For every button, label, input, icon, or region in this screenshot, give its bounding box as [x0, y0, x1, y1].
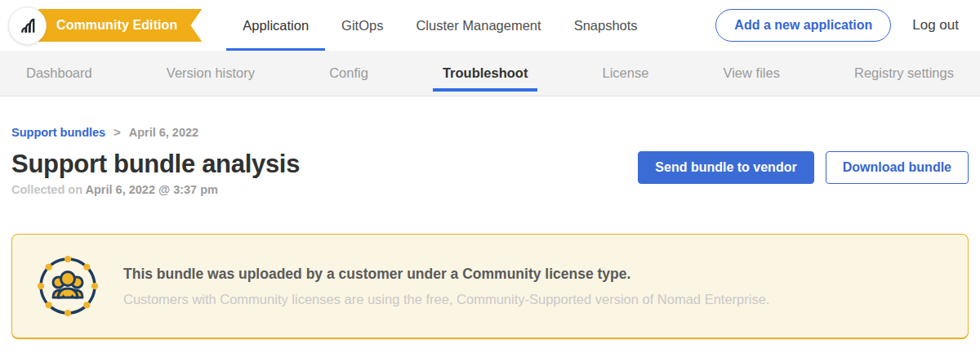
header-right: Add a new application Log out: [715, 9, 959, 42]
download-bundle-button[interactable]: Download bundle: [826, 151, 969, 184]
community-edition-badge: Community Edition: [38, 9, 202, 42]
title-row: Support bundle analysis Collected on Apr…: [11, 150, 969, 196]
collected-timestamp: Collected on April 6, 2022 @ 3:37 pm: [11, 183, 300, 196]
community-people-icon: [37, 255, 99, 317]
page-title: Support bundle analysis: [11, 150, 300, 179]
breadcrumb: Support bundles > April 6, 2022: [11, 126, 969, 139]
breadcrumb-separator: >: [114, 126, 120, 139]
app-subnav: Dashboard Version history Config Trouble…: [0, 51, 980, 96]
add-new-application-button[interactable]: Add a new application: [715, 9, 891, 42]
community-license-alert: This bundle was uploaded by a customer u…: [11, 234, 969, 339]
top-nav-item-gitops[interactable]: GitOps: [325, 0, 399, 51]
top-nav: Application GitOps Cluster Management Sn…: [226, 0, 653, 51]
breadcrumb-current: April 6, 2022: [129, 126, 198, 139]
alert-description: Customers with Community licenses are us…: [123, 292, 769, 307]
brand: Community Edition: [8, 7, 202, 45]
alert-title: This bundle was uploaded by a customer u…: [123, 266, 769, 283]
collected-value: April 6, 2022 @ 3:37 pm: [86, 183, 218, 196]
subnav-item-dashboard[interactable]: Dashboard: [24, 51, 94, 96]
send-bundle-to-vendor-button[interactable]: Send bundle to vendor: [638, 151, 813, 184]
subnav-item-version-history[interactable]: Version history: [165, 51, 256, 96]
top-nav-item-application[interactable]: Application: [226, 0, 325, 51]
main-content: Support bundles > April 6, 2022 Support …: [0, 96, 980, 339]
bundle-actions: Send bundle to vendor Download bundle: [638, 150, 969, 184]
logout-link[interactable]: Log out: [912, 17, 959, 34]
subnav-item-troubleshoot[interactable]: Troubleshoot: [441, 51, 530, 96]
top-header: Community Edition Application GitOps Clu…: [0, 0, 980, 51]
collected-prefix: Collected on: [11, 183, 82, 196]
top-nav-item-snapshots[interactable]: Snapshots: [558, 0, 654, 51]
subnav-item-config[interactable]: Config: [327, 51, 370, 96]
top-nav-item-cluster-management[interactable]: Cluster Management: [399, 0, 557, 51]
breadcrumb-support-bundles-link[interactable]: Support bundles: [11, 126, 105, 139]
subnav-item-registry-settings[interactable]: Registry settings: [853, 51, 956, 96]
subnav-item-view-files[interactable]: View files: [722, 51, 782, 96]
title-block: Support bundle analysis Collected on Apr…: [11, 150, 300, 196]
subnav-item-license[interactable]: License: [601, 51, 651, 96]
replicated-logo-icon[interactable]: [8, 7, 47, 45]
alert-text: This bundle was uploaded by a customer u…: [123, 266, 769, 307]
